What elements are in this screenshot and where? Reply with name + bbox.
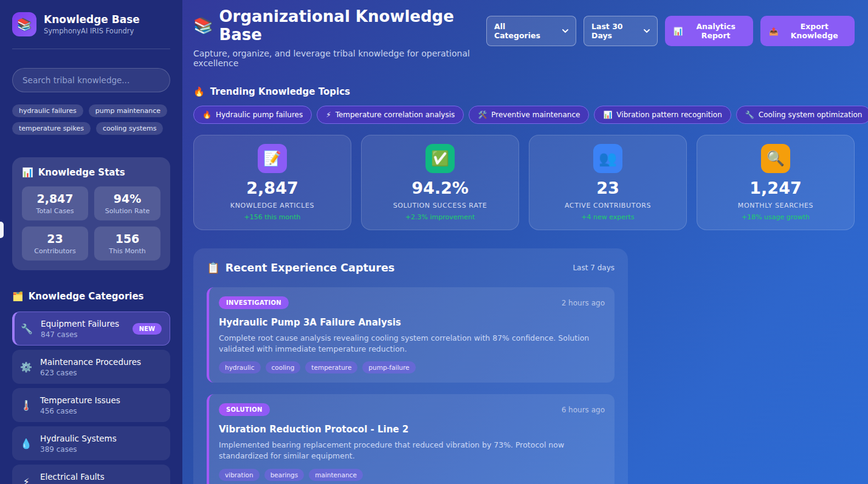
capture-timestamp: 2 hours ago (562, 299, 605, 307)
trending-topic-pill[interactable]: ⚡ Temperature correlation analysis (317, 106, 464, 124)
stat-box: 2,847 Total Cases (22, 186, 88, 220)
sidebar-category-item[interactable]: ⚙️ Maintenance Procedures 623 cases (12, 350, 170, 384)
main-content: 📚 Organizational Knowledge Base Capture,… (182, 0, 868, 484)
trending-topics-section: 🔥 Trending Knowledge Topics 🔥 Hydraulic … (193, 86, 855, 124)
bar-chart-icon: 📊 (22, 167, 33, 178)
sidebar: 📚 Knowledge Base SymphonyAI IRIS Foundry… (0, 0, 182, 484)
chevron-down-icon (644, 29, 650, 33)
metric-card-row: 📝 2,847 KNOWLEDGE ARTICLES +156 this mon… (193, 135, 855, 230)
header-controls: All Categories Last 30 Days 📊 Analytics … (486, 16, 855, 46)
knowledge-categories-section: 🗂️ Knowledge Categories 🔧 Equipment Fail… (12, 291, 170, 484)
category-name: Hydraulic Systems (40, 434, 162, 443)
stat-value: 156 (98, 232, 157, 245)
quick-tag[interactable]: temperature spikes (12, 122, 91, 135)
export-knowledge-button[interactable]: 📤 Export Knowledge (760, 16, 855, 46)
metric-icon: 👥 (593, 144, 622, 173)
capture-card[interactable]: SOLUTION 6 hours ago Vibration Reduction… (207, 394, 615, 484)
metric-delta: +2.3% improvement (370, 213, 510, 221)
capture-tag[interactable]: temperature (305, 361, 357, 373)
sidebar-divider (12, 49, 170, 49)
recent-period-label: Last 7 days (573, 264, 615, 272)
category-icon: 🌡️ (20, 400, 32, 411)
clipboard-icon: 📋 (207, 262, 220, 274)
metric-card: 📝 2,847 KNOWLEDGE ARTICLES +156 this mon… (193, 135, 351, 230)
categories-title: Knowledge Categories (29, 291, 144, 302)
analytics-report-button[interactable]: 📊 Analytics Report (665, 16, 753, 46)
category-icon: ⚡ (20, 476, 32, 484)
topic-icon: ⚡ (326, 111, 331, 119)
metric-label: SOLUTION SUCCESS RATE (370, 202, 510, 210)
quick-tag-list: hydraulic failures pump maintenance temp… (12, 104, 170, 135)
sidebar-scroll-handle[interactable] (0, 222, 4, 238)
time-range-value: Last 30 Days (591, 22, 635, 40)
category-name: Temperature Issues (40, 395, 162, 405)
quick-tag[interactable]: pump maintenance (89, 104, 167, 117)
sidebar-header: 📚 Knowledge Base SymphonyAI IRIS Foundry (12, 12, 170, 36)
app-logo-books-icon: 📚 (12, 12, 36, 36)
topic-label: Vibration pattern recognition (616, 111, 722, 119)
search-input[interactable] (12, 68, 170, 92)
analytics-report-label: Analytics Report (687, 22, 745, 40)
outbox-tray-icon: 📤 (769, 27, 779, 36)
quick-tag[interactable]: cooling systems (96, 122, 164, 135)
quick-tag[interactable]: hydraulic failures (12, 104, 83, 117)
metric-icon: ✅ (425, 144, 455, 173)
capture-tag[interactable]: bearings (264, 469, 305, 481)
category-case-count: 456 cases (40, 407, 162, 415)
capture-tag[interactable]: hydraulic (219, 361, 261, 373)
capture-card[interactable]: INVESTIGATION 2 hours ago Hydraulic Pump… (207, 287, 615, 383)
sidebar-category-item[interactable]: ⚡ Electrical Faults 267 cases (12, 465, 170, 484)
capture-list: INVESTIGATION 2 hours ago Hydraulic Pump… (207, 287, 615, 484)
trending-title: Trending Knowledge Topics (210, 86, 350, 97)
capture-description: Complete root cause analysis revealing c… (219, 333, 605, 355)
stat-label: This Month (98, 247, 157, 255)
capture-type-badge: INVESTIGATION (219, 296, 289, 309)
export-knowledge-label: Export Knowledge (783, 22, 846, 40)
trending-topic-pill[interactable]: 🔥 Hydraulic pump failures (193, 106, 312, 124)
capture-tag-list: vibration bearings maintenance (219, 469, 605, 481)
capture-tag[interactable]: cooling (266, 361, 301, 373)
sidebar-category-item[interactable]: 🌡️ Temperature Issues 456 cases (12, 388, 170, 422)
metric-label: ACTIVE CONTRIBUTORS (538, 202, 678, 210)
chevron-down-icon (562, 29, 568, 33)
app-subtitle: SymphonyAI IRIS Foundry (44, 27, 140, 35)
capture-tag[interactable]: vibration (219, 469, 260, 481)
stat-value: 23 (26, 232, 84, 245)
sidebar-category-item[interactable]: 🔧 Equipment Failures 847 cases NEW (12, 312, 170, 346)
category-filter-select[interactable]: All Categories (486, 16, 576, 46)
trending-topic-pill[interactable]: 🔧 Cooling system optimization (736, 106, 868, 124)
metric-value: 1,247 (706, 179, 846, 197)
card-index-icon: 🗂️ (12, 291, 24, 302)
time-range-select[interactable]: Last 30 Days (584, 16, 658, 46)
category-filter-value: All Categories (494, 22, 554, 40)
metric-icon: 🔍 (761, 144, 790, 173)
metric-card: ✅ 94.2% SOLUTION SUCCESS RATE +2.3% impr… (361, 135, 519, 230)
bar-chart-icon: 📊 (673, 27, 683, 36)
trending-topic-pill[interactable]: 📊 Vibration pattern recognition (594, 106, 731, 124)
capture-timestamp: 6 hours ago (562, 406, 605, 414)
page-title-row: 📚 Organizational Knowledge Base (193, 7, 486, 44)
category-icon: ⚙️ (20, 361, 32, 373)
stat-box: 23 Contributors (22, 227, 88, 261)
capture-tag[interactable]: maintenance (309, 469, 363, 481)
capture-description: Implemented bearing replacement procedur… (219, 440, 605, 462)
metric-card: 👥 23 ACTIVE CONTRIBUTORS +4 new experts (529, 135, 687, 230)
metric-icon: 📝 (258, 144, 287, 173)
sidebar-category-item[interactable]: 💧 Hydraulic Systems 389 cases (12, 426, 170, 460)
category-list: 🔧 Equipment Failures 847 cases NEW ⚙️ Ma… (12, 312, 170, 484)
topic-label: Cooling system optimization (759, 111, 863, 119)
stat-value: 94% (98, 192, 157, 205)
fire-icon: 🔥 (193, 86, 205, 97)
category-case-count: 623 cases (40, 369, 162, 377)
capture-title: Hydraulic Pump 3A Failure Analysis (219, 317, 605, 328)
metric-delta: +18% usage growth (706, 213, 846, 221)
new-badge: NEW (133, 323, 162, 335)
stat-label: Solution Rate (98, 207, 157, 215)
category-icon: 💧 (20, 438, 32, 449)
category-name: Maintenance Procedures (40, 357, 162, 367)
books-icon: 📚 (193, 16, 213, 35)
capture-tag[interactable]: pump-failure (362, 361, 415, 373)
stat-box: 156 This Month (94, 227, 160, 261)
topic-label: Temperature correlation analysis (336, 111, 455, 119)
trending-topic-pill[interactable]: 🛠️ Preventive maintenance (469, 106, 589, 124)
